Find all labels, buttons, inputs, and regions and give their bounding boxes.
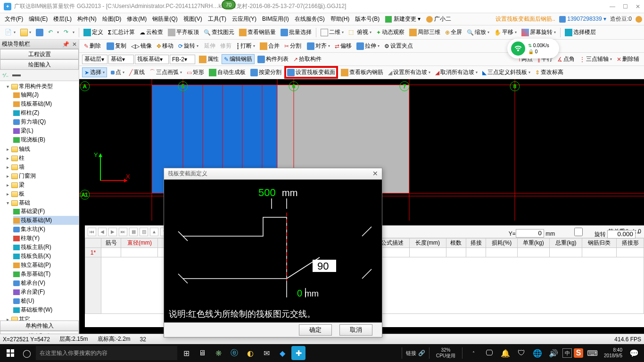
- rotate-checkbox[interactable]: [564, 228, 593, 236]
- rotate-input[interactable]: [607, 230, 636, 239]
- tray-shield-icon[interactable]: 🛡: [514, 346, 528, 360]
- edit-rebar-button[interactable]: ✎编辑钢筋: [222, 54, 255, 64]
- menu-version[interactable]: 版本号(B): [352, 15, 382, 23]
- set-section-button[interactable]: 设置筏板变截面: [284, 66, 338, 79]
- link-label[interactable]: 链接: [406, 350, 416, 357]
- layer-select[interactable]: 基础层 ▾: [82, 55, 107, 64]
- network-badge[interactable]: ⇅ 0.00K/s 🔒 0: [507, 39, 559, 58]
- menu-cloud[interactable]: 云应用(Y): [229, 15, 259, 23]
- dialog-ok-button[interactable]: 确定: [299, 324, 332, 336]
- nav-next[interactable]: ▶: [108, 228, 117, 236]
- 2d-button[interactable]: 二维▾: [319, 27, 346, 37]
- merge-button[interactable]: 合并: [258, 41, 281, 51]
- dialog-cancel-button[interactable]: 取消: [339, 324, 372, 336]
- category-select[interactable]: 基础 ▾: [108, 55, 134, 64]
- three-aux-button[interactable]: ⋮三点辅轴▾: [578, 54, 614, 64]
- tab-project-settings[interactable]: 工程设置: [0, 49, 79, 59]
- tray-net-icon[interactable]: 🌐: [530, 346, 545, 360]
- new-button[interactable]: 📄▾: [3, 28, 17, 37]
- menu-file[interactable]: 文件(F): [2, 15, 26, 23]
- tray-monitor-icon[interactable]: 🖵: [482, 346, 496, 360]
- find-element-button[interactable]: 🔍查找图元: [202, 27, 236, 37]
- app-icon-2[interactable]: ❋: [211, 346, 225, 360]
- split-button[interactable]: ✂分割: [282, 41, 303, 51]
- split-by-beam-button[interactable]: 按梁分割: [248, 67, 283, 77]
- nav-first[interactable]: ⏮: [88, 228, 96, 236]
- dialog-close-button[interactable]: ✕: [372, 170, 378, 177]
- app-icon-5[interactable]: ✚: [291, 346, 305, 360]
- new-change-button[interactable]: 新建变更 ▾: [382, 15, 423, 23]
- move-button[interactable]: ✥移动: [155, 41, 175, 51]
- ime-icon[interactable]: 中: [562, 348, 572, 358]
- copy-button[interactable]: 复制: [105, 41, 128, 51]
- align-top-button[interactable]: 平齐板顶: [166, 27, 201, 37]
- select-floor-button[interactable]: 选择楼层: [563, 27, 598, 37]
- app-icon-3[interactable]: ◐: [243, 346, 257, 360]
- item-select[interactable]: FB-2 ▾: [170, 55, 195, 64]
- select-tool-button[interactable]: ➤选择▾: [82, 67, 107, 77]
- component-tree[interactable]: ▾常用构件类型 轴网(J) 筏板基础(M) 框柱(Z) 剪力墙(Q) 梁(L) …: [0, 81, 79, 321]
- type-select[interactable]: 筏板基础 ▾: [135, 55, 169, 64]
- autogen-button[interactable]: 自动生成板: [207, 67, 248, 77]
- phone-label[interactable]: 13907298339 ▾: [559, 16, 606, 23]
- screen-rotate-button[interactable]: 屏幕旋转▾: [520, 27, 558, 37]
- point-tool-button[interactable]: 点▾: [109, 67, 126, 77]
- sum-button[interactable]: Σ 汇总计算: [106, 27, 137, 37]
- edge-icon[interactable]: ⓔ: [227, 346, 241, 360]
- line-tool-button[interactable]: ╱直线: [127, 67, 147, 77]
- delete-button[interactable]: ✎删除: [82, 41, 103, 51]
- trim-button[interactable]: 修剪: [218, 41, 233, 51]
- zoom-button[interactable]: 🔍缩放▾: [465, 27, 491, 37]
- top-view-button[interactable]: ⬚俯视▾: [347, 27, 373, 37]
- user-button[interactable]: 广小二: [423, 15, 454, 23]
- cancel-slope-button[interactable]: ◢取消所有边坡▾: [433, 67, 479, 77]
- properties-button[interactable]: 属性: [197, 54, 221, 64]
- taskbar-clock[interactable]: 8:402018/9/5: [601, 347, 625, 359]
- batch-select-button[interactable]: 批量选择: [279, 27, 314, 37]
- three-slant-button[interactable]: ◣三点定义斜筏板▾: [480, 67, 532, 77]
- close-button[interactable]: ✕: [636, 3, 640, 10]
- rotate-button[interactable]: ⟳旋转▾: [176, 41, 200, 51]
- tab-draw-input[interactable]: 绘图输入: [0, 59, 79, 70]
- menu-floor[interactable]: 楼层(L): [50, 15, 74, 23]
- sidebar-close-icon[interactable]: ✕: [72, 41, 77, 48]
- view-slab-rebar-button[interactable]: 查看板内钢筋: [339, 67, 385, 77]
- start-button[interactable]: [3, 346, 18, 360]
- tray-up-icon[interactable]: ˄: [466, 346, 480, 360]
- orbit-button[interactable]: ✦动态观察: [374, 27, 406, 37]
- menu-bim[interactable]: BIM应用(I): [259, 15, 292, 23]
- nav-del[interactable]: ▨: [140, 228, 148, 236]
- fullscreen-button[interactable]: ⊕全屏: [443, 27, 464, 37]
- arc-tool-button[interactable]: ⌒三点画弧▾: [148, 67, 184, 77]
- link-icon[interactable]: 🔗: [418, 350, 425, 356]
- nav-prev[interactable]: ◀: [98, 228, 107, 236]
- menu-view[interactable]: 视图(V): [181, 15, 205, 23]
- cortana-icon[interactable]: ◯: [20, 346, 34, 360]
- sogou-icon[interactable]: S: [574, 348, 583, 358]
- rect-tool-button[interactable]: ▭矩形: [185, 67, 206, 77]
- break-button[interactable]: ┋打断▾: [234, 41, 257, 51]
- open-button[interactable]: ▾: [18, 28, 33, 37]
- offset-button[interactable]: ⇄偏移: [333, 41, 354, 51]
- component-list-button[interactable]: 构件列表: [256, 54, 290, 64]
- menu-draw[interactable]: 绘图(D): [99, 15, 124, 23]
- dialog-titlebar[interactable]: 筏板变截面定义 ✕: [164, 168, 382, 180]
- point-angle-button[interactable]: ∡点角: [555, 54, 577, 64]
- collapse-icon[interactable]: [12, 74, 21, 76]
- save-button[interactable]: [34, 28, 45, 37]
- pan-button[interactable]: ✋平移▾: [492, 27, 519, 37]
- expand-icon[interactable]: ⁺⁄₋: [2, 72, 9, 79]
- y-input[interactable]: [516, 229, 544, 238]
- tab-single-input[interactable]: 单构件输入: [0, 321, 79, 331]
- local3d-button[interactable]: 局部三维: [407, 27, 442, 37]
- menu-rebar[interactable]: 钢筋量(Q): [149, 15, 180, 23]
- tray-kbd-icon[interactable]: ⌨: [585, 346, 599, 360]
- view-elev-button[interactable]: ⇕查改标高: [533, 67, 565, 77]
- menu-edit[interactable]: 编辑(E): [26, 15, 50, 23]
- tray-vol-icon[interactable]: 🔊: [546, 346, 561, 360]
- minimize-button[interactable]: —: [610, 3, 615, 10]
- menu-help[interactable]: 帮助(H): [328, 15, 353, 23]
- app-icon-4[interactable]: ◆: [275, 346, 289, 360]
- maximize-button[interactable]: ☐: [623, 3, 628, 10]
- pin-icon[interactable]: 📌: [62, 41, 69, 48]
